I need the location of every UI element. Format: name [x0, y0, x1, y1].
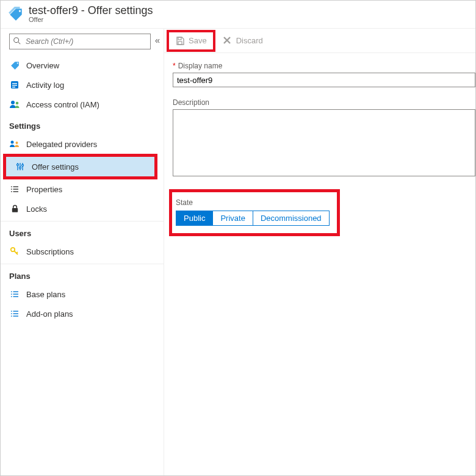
svg-point-0	[14, 38, 19, 43]
lock-icon	[9, 203, 20, 214]
nav-label: Locks	[26, 204, 47, 214]
svg-rect-5	[12, 87, 15, 87]
svg-rect-3	[12, 83, 17, 84]
sliders-icon	[15, 161, 26, 172]
display-name-input[interactable]	[173, 73, 475, 87]
nav-item-base-plans[interactable]: Base plans	[1, 284, 164, 304]
description-label: Description	[173, 98, 475, 107]
nav-label: Activity log	[26, 81, 64, 90]
description-input[interactable]	[173, 109, 475, 176]
discard-label: Discard	[236, 36, 263, 45]
people-share-icon	[9, 139, 20, 150]
list-icon	[9, 308, 20, 319]
svg-point-13	[17, 164, 19, 166]
people-icon	[9, 99, 20, 110]
nav-section-plans: Plans	[1, 264, 164, 284]
svg-rect-38	[178, 37, 181, 40]
tag-offer-icon	[8, 7, 24, 23]
tag-icon	[9, 60, 20, 71]
svg-rect-4	[12, 85, 17, 85]
svg-point-15	[22, 165, 24, 167]
nav-label: Access control (IAM)	[26, 100, 99, 109]
list-icon	[9, 289, 20, 300]
nav-item-overview[interactable]: Overview	[1, 56, 164, 75]
state-button-private[interactable]: Private	[213, 211, 253, 225]
nav-item-locks[interactable]: Locks	[1, 199, 164, 218]
svg-point-7	[16, 102, 19, 105]
nav-item-subscriptions[interactable]: Subscriptions	[1, 242, 164, 261]
svg-rect-39	[178, 41, 182, 45]
svg-point-6	[11, 101, 15, 104]
required-asterisk: *	[173, 62, 176, 70]
toolbar: Save Discard	[164, 29, 475, 53]
close-x-icon	[223, 36, 233, 46]
sidebar-search-input[interactable]	[9, 34, 151, 49]
svg-point-8	[11, 141, 14, 144]
sidebar: « Overview Activity log Access control (…	[1, 29, 164, 475]
save-label: Save	[189, 36, 207, 45]
svg-point-9	[16, 142, 18, 144]
nav-item-activity-log[interactable]: Activity log	[1, 75, 164, 95]
nav-section-users: Users	[1, 221, 164, 242]
nav-label: Add-on plans	[26, 309, 73, 319]
state-button-decommissioned[interactable]: Decommissioned	[253, 211, 329, 225]
activity-log-icon	[9, 79, 20, 90]
blade-title: test-offer9 - Offer settings	[29, 4, 153, 17]
nav-item-delegated-providers[interactable]: Delegated providers	[1, 134, 164, 154]
save-button[interactable]: Save	[170, 34, 212, 48]
form-area: * Display name Description State Public …	[164, 53, 475, 245]
search-icon	[13, 37, 21, 45]
blade-header: test-offer9 - Offer settings Offer	[1, 1, 475, 29]
nav-item-addon-plans[interactable]: Add-on plans	[1, 304, 164, 323]
svg-line-25	[16, 252, 18, 253]
save-disk-icon	[175, 36, 185, 46]
state-button-public[interactable]: Public	[176, 211, 213, 225]
nav-label: Delegated providers	[26, 140, 97, 149]
svg-rect-22	[12, 208, 17, 212]
nav-item-offer-settings[interactable]: Offer settings	[6, 157, 154, 176]
discard-button[interactable]: Discard	[218, 34, 268, 48]
nav-section-settings: Settings	[1, 114, 164, 134]
nav-item-properties[interactable]: Properties	[1, 179, 164, 199]
key-icon	[9, 246, 20, 257]
svg-line-1	[18, 42, 21, 45]
nav-label: Base plans	[26, 290, 65, 299]
nav-label: Properties	[26, 185, 62, 194]
main-panel: Save Discard * Display name Descrip	[164, 29, 475, 475]
state-label: State	[176, 198, 330, 207]
properties-list-icon	[9, 184, 20, 195]
svg-point-14	[20, 167, 21, 169]
collapse-sidebar-icon[interactable]: «	[155, 35, 160, 45]
nav-label: Subscriptions	[26, 247, 74, 256]
state-toggle-group: Public Private Decommissioned	[176, 211, 330, 226]
nav-label: Offer settings	[32, 162, 79, 171]
nav-item-access-control[interactable]: Access control (IAM)	[1, 95, 164, 114]
display-name-label: * Display name	[173, 62, 475, 70]
nav-label: Overview	[26, 61, 59, 70]
